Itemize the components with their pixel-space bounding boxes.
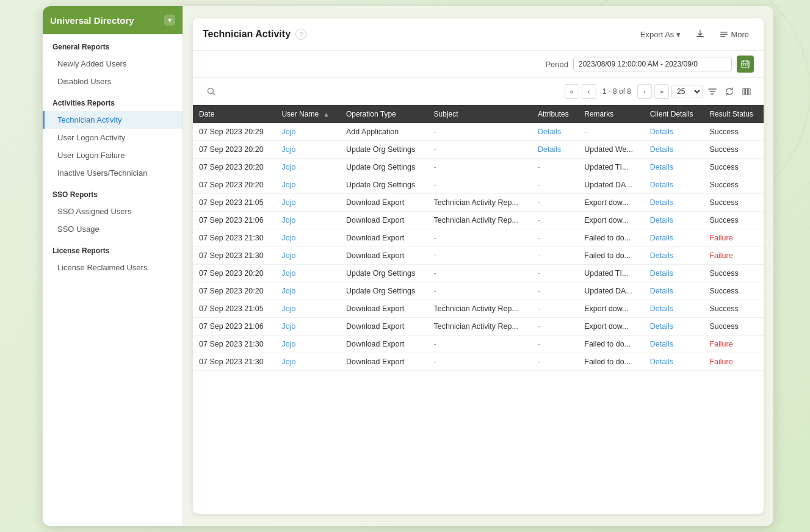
sidebar-item-inactive-users[interactable]: Inactive Users/Technician — [43, 164, 183, 182]
table-cell[interactable]: Details — [644, 212, 704, 229]
cell-username[interactable]: Jojo — [275, 212, 340, 229]
table-cell[interactable]: Details — [532, 141, 578, 159]
table-cell: - — [428, 265, 532, 282]
prev-page-button[interactable]: ‹ — [582, 84, 596, 99]
next-page-button[interactable]: › — [637, 84, 652, 99]
col-header-date[interactable]: Date — [193, 105, 275, 123]
table-cell: Technician Activity Rep... — [428, 212, 532, 229]
section-general-reports: General Reports — [43, 34, 183, 55]
calendar-icon — [741, 60, 750, 68]
col-header-operation-type[interactable]: Operation Type — [340, 105, 428, 123]
cell-username[interactable]: Jojo — [275, 318, 340, 336]
cell-username[interactable]: Jojo — [275, 123, 340, 141]
table-cell: Download Export — [340, 194, 428, 212]
period-input[interactable] — [573, 57, 732, 71]
table-cell[interactable]: Details — [644, 353, 704, 371]
period-label: Period — [545, 60, 568, 69]
cell-username[interactable]: Jojo — [275, 336, 340, 353]
calendar-button[interactable] — [737, 56, 754, 73]
sidebar-item-disabled-users[interactable]: Disabled Users — [43, 73, 183, 90]
table-cell[interactable]: Details — [644, 123, 704, 141]
sidebar-item-user-logon-activity[interactable]: User Logon Activity — [43, 129, 183, 146]
sidebar-item-newly-added-users[interactable]: Newly Added Users — [43, 55, 183, 73]
table-row: 07 Sep 2023 20:29JojoAdd Application-Det… — [193, 123, 764, 141]
cell-username[interactable]: Jojo — [275, 300, 340, 318]
svg-rect-15 — [746, 88, 748, 95]
pagination-controls: « ‹ 1 - 8 of 8 › » 25 50 100 — [565, 84, 754, 99]
table-cell: - — [532, 247, 578, 265]
cell-username[interactable]: Jojo — [275, 247, 340, 265]
table-cell: 07 Sep 2023 21:30 — [193, 229, 275, 247]
table-cell[interactable]: Details — [532, 123, 578, 141]
table-cell[interactable]: Details — [644, 176, 704, 194]
sidebar-item-license-reclaimed-users[interactable]: License Reclaimed Users — [43, 259, 183, 276]
table-row: 07 Sep 2023 21:30JojoDownload Export--Fa… — [193, 353, 764, 371]
help-icon[interactable]: ? — [295, 29, 306, 40]
sidebar-item-sso-usage[interactable]: SSO Usage — [43, 220, 183, 238]
table-cell: Update Org Settings — [340, 159, 428, 176]
sidebar-item-label: License Reclaimed Users — [57, 263, 147, 272]
cell-username[interactable]: Jojo — [275, 159, 340, 176]
table-cell: Download Export — [340, 353, 428, 371]
report-title: Technician Activity — [203, 29, 291, 40]
table-cell: Updated TI... — [578, 159, 643, 176]
table-cell: 07 Sep 2023 21:05 — [193, 194, 275, 212]
table-cell[interactable]: Details — [644, 194, 704, 212]
table-row: 07 Sep 2023 21:05JojoDownload ExportTech… — [193, 194, 764, 212]
sidebar-item-sso-assigned-users[interactable]: SSO Assigned Users — [43, 203, 183, 220]
section-license-reports: License Reports — [43, 238, 183, 259]
section-sso-reports: SSO Reports — [43, 182, 183, 203]
table-cell[interactable]: Details — [644, 300, 704, 318]
table-cell[interactable]: Details — [644, 159, 704, 176]
table-cell[interactable]: Details — [644, 318, 704, 336]
table-cell: Success — [703, 176, 764, 194]
col-header-username[interactable]: User Name ▲ — [275, 105, 340, 123]
table-cell: - — [428, 229, 532, 247]
page-info: 1 - 8 of 8 — [599, 87, 635, 96]
column-settings-button[interactable] — [739, 84, 754, 99]
table-cell[interactable]: Details — [644, 141, 704, 159]
sidebar-item-label: SSO Usage — [57, 225, 99, 234]
search-button[interactable] — [203, 83, 220, 100]
first-page-button[interactable]: « — [565, 84, 579, 99]
col-header-client-details[interactable]: Client Details — [644, 105, 704, 123]
cell-username[interactable]: Jojo — [275, 229, 340, 247]
download-icon-button[interactable] — [692, 26, 709, 43]
col-header-remarks[interactable]: Remarks — [578, 105, 643, 123]
cell-username[interactable]: Jojo — [275, 141, 340, 159]
table-cell: - — [428, 159, 532, 176]
table-cell[interactable]: Details — [644, 247, 704, 265]
svg-rect-11 — [745, 65, 746, 66]
table-cell: Success — [703, 159, 764, 176]
table-cell: Success — [703, 300, 764, 318]
table-cell[interactable]: Details — [644, 265, 704, 282]
refresh-button[interactable] — [722, 84, 737, 99]
table-cell: 07 Sep 2023 21:30 — [193, 353, 275, 371]
table-row: 07 Sep 2023 20:20JojoUpdate Org Settings… — [193, 265, 764, 282]
table-cell: 07 Sep 2023 20:20 — [193, 265, 275, 282]
col-header-subject[interactable]: Subject — [428, 105, 532, 123]
col-header-result-status[interactable]: Result Status — [703, 105, 764, 123]
cell-username[interactable]: Jojo — [275, 176, 340, 194]
table-cell: Updated We... — [578, 141, 643, 159]
sidebar-item-user-logon-failure[interactable]: User Logon Failure — [43, 146, 183, 164]
more-button[interactable]: More — [715, 27, 754, 41]
sidebar-item-technician-activity[interactable]: Technician Activity — [43, 111, 183, 129]
table-cell: Updated DA... — [578, 282, 643, 300]
last-page-button[interactable]: » — [654, 84, 669, 99]
filter-button[interactable] — [705, 84, 720, 99]
cell-username[interactable]: Jojo — [275, 194, 340, 212]
export-button[interactable]: Export As ▾ — [635, 27, 686, 41]
cell-username[interactable]: Jojo — [275, 353, 340, 371]
table-cell[interactable]: Details — [644, 336, 704, 353]
table-cell[interactable]: Details — [644, 282, 704, 300]
cell-username[interactable]: Jojo — [275, 282, 340, 300]
dropdown-arrow-icon[interactable]: ▾ — [164, 15, 175, 26]
table-cell: Download Export — [340, 318, 428, 336]
table-cell[interactable]: Details — [644, 229, 704, 247]
page-size-select[interactable]: 25 50 100 — [671, 85, 703, 98]
sort-arrow-icon: ▲ — [323, 111, 329, 118]
col-header-attributes[interactable]: Attributes — [532, 105, 578, 123]
cell-username[interactable]: Jojo — [275, 265, 340, 282]
sidebar-item-label: SSO Assigned Users — [57, 207, 131, 216]
